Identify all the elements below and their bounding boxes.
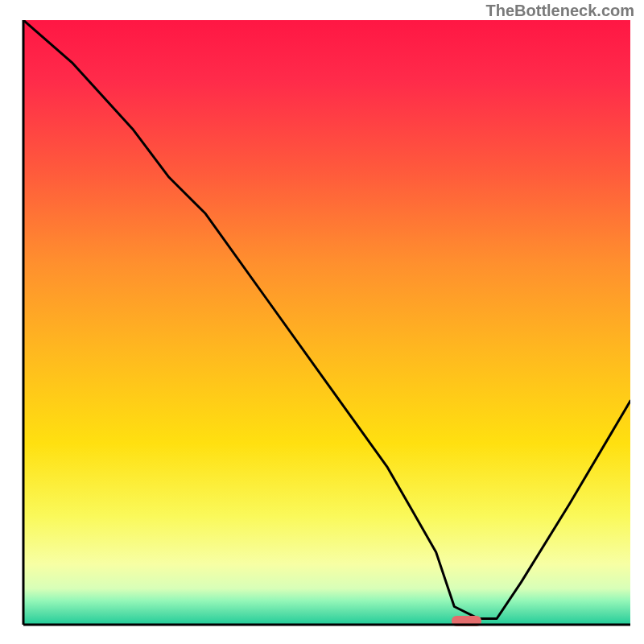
axes — [0, 0, 644, 644]
watermark-text: TheBottleneck.com — [486, 2, 634, 20]
